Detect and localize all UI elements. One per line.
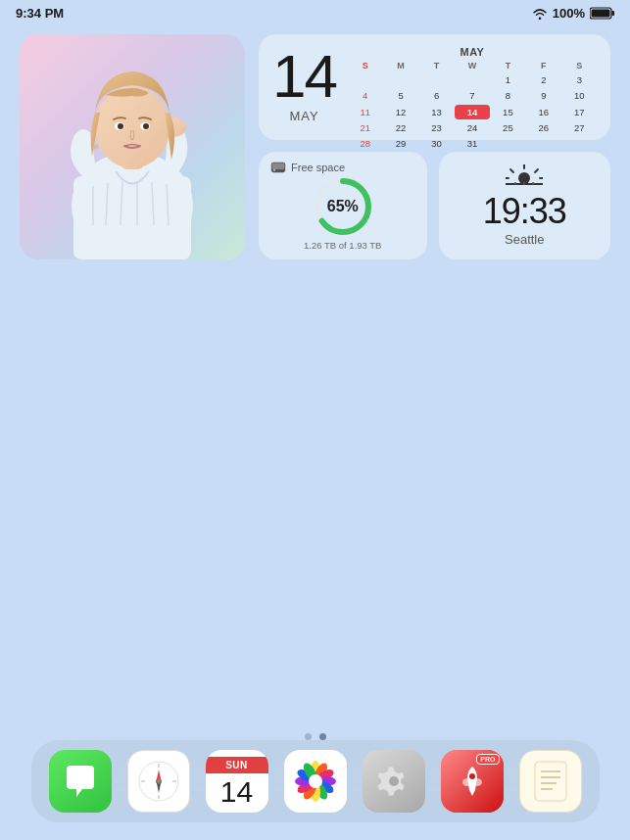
- freespace-widget: Free space 65% 1.26 TB of 1.93 TB: [259, 152, 427, 259]
- svg-rect-2: [592, 10, 610, 18]
- calendar-day-number: 14: [272, 46, 336, 107]
- cal-day: [455, 72, 489, 87]
- dock-icon-memo[interactable]: [519, 750, 582, 813]
- calendar-grid: MAY S M T W T F S 1 2 3: [348, 46, 597, 151]
- cal-day: [526, 136, 560, 151]
- cal-day: 25: [491, 120, 525, 135]
- status-bar-right: 100%: [532, 6, 614, 21]
- freespace-label: Free space: [291, 162, 345, 173]
- cal-header-f: F: [526, 61, 560, 70]
- dock-icon-settings[interactable]: [363, 750, 425, 813]
- status-time: 9:34 PM: [16, 6, 64, 21]
- sunrise-icon-container: [506, 164, 543, 190]
- svg-point-17: [118, 123, 123, 129]
- cal-day: 2: [526, 72, 560, 87]
- dock-icon-calendar[interactable]: SUN 14: [206, 750, 268, 813]
- freespace-detail: 1.26 TB of 1.93 TB: [304, 240, 381, 251]
- bottom-widgets-row: Free space 65% 1.26 TB of 1.93 TB: [259, 152, 610, 259]
- calendar-widget: 14 MAY MAY S M T W T F S: [259, 34, 610, 140]
- cal-day: 7: [455, 88, 489, 103]
- dot-2: [319, 733, 326, 740]
- memo-icon: [531, 760, 570, 803]
- calendar-month-label: MAY: [289, 109, 318, 123]
- cal-day: 13: [419, 105, 454, 119]
- calendar-header-row: S M T W T F S: [348, 61, 597, 70]
- cal-day: 22: [383, 120, 417, 135]
- photo-person: [20, 34, 245, 259]
- rocketsim-icon: [454, 763, 491, 800]
- calendar-app-day: SUN: [206, 757, 268, 773]
- harddrive-icon: [270, 162, 286, 173]
- svg-point-14: [95, 86, 170, 168]
- cal-header-s: S: [348, 61, 382, 70]
- cal-header-w: W: [455, 61, 489, 70]
- cal-day: 9: [526, 88, 560, 103]
- cal-day: 12: [383, 105, 417, 119]
- battery-percentage: 100%: [553, 6, 585, 21]
- svg-rect-5: [73, 176, 191, 259]
- cal-header-t2: T: [491, 61, 525, 70]
- cal-day: [491, 136, 525, 151]
- right-widgets: 14 MAY MAY S M T W T F S: [259, 34, 610, 259]
- cal-day: 24: [455, 120, 489, 135]
- svg-rect-1: [612, 11, 615, 16]
- svg-line-28: [510, 169, 513, 172]
- cal-day: [562, 136, 597, 151]
- svg-point-19: [94, 145, 99, 150]
- freespace-percent: 65%: [327, 198, 359, 215]
- sunrise-location: Seattle: [505, 232, 544, 247]
- cal-day: 23: [419, 120, 454, 135]
- dock-icon-photos[interactable]: [284, 750, 347, 813]
- cal-day: 26: [526, 120, 560, 135]
- cal-day: 11: [348, 105, 382, 119]
- dock-icon-safari[interactable]: [127, 750, 190, 813]
- dock-icon-messages[interactable]: [49, 750, 112, 813]
- svg-point-41: [156, 778, 162, 784]
- cal-day: 17: [562, 105, 597, 119]
- calendar-days-grid: 1 2 3 4 5 6 7 8 9 10 11 12 13 14 15 16 1: [348, 72, 597, 151]
- messages-icon: [63, 764, 98, 799]
- cal-day: 16: [526, 105, 560, 119]
- cal-header-s2: S: [562, 61, 597, 70]
- cal-header-m: M: [383, 61, 417, 70]
- widgets-area: 14 MAY MAY S M T W T F S: [0, 26, 630, 259]
- sunrise-icon: [506, 164, 543, 186]
- safari-icon: [137, 760, 180, 803]
- sunrise-widget: 19:33 Seattle: [439, 152, 611, 259]
- svg-point-18: [143, 123, 149, 129]
- dock: SUN 14: [31, 740, 600, 822]
- cal-day: [383, 72, 417, 87]
- dock-icon-rocketsim[interactable]: PRO: [441, 750, 504, 813]
- cal-day-today: 14: [455, 105, 489, 119]
- cal-day: 1: [491, 72, 525, 87]
- cal-day: 29: [383, 136, 417, 151]
- cal-day: 21: [348, 120, 382, 135]
- cal-header-t: T: [419, 61, 454, 70]
- pro-badge: PRO: [476, 754, 499, 765]
- cal-day: 30: [419, 136, 454, 151]
- svg-point-60: [472, 778, 482, 786]
- svg-rect-21: [272, 163, 285, 169]
- page-dots: [305, 733, 326, 740]
- dot-1: [305, 733, 312, 740]
- calendar-app-date: 14: [220, 773, 253, 807]
- calendar-month-title: MAY: [348, 46, 597, 58]
- cal-day: 4: [348, 88, 382, 103]
- calendar-date-section: 14 MAY: [272, 46, 336, 123]
- svg-rect-62: [535, 762, 566, 801]
- cal-day: 31: [455, 136, 489, 151]
- photos-icon: [291, 757, 340, 806]
- cal-day: 6: [419, 88, 454, 103]
- wifi-icon: [532, 8, 548, 20]
- battery-icon: [590, 7, 614, 20]
- sunrise-time: 19:33: [483, 194, 566, 229]
- svg-line-29: [535, 169, 538, 172]
- svg-point-59: [462, 778, 472, 786]
- cal-day: 8: [491, 88, 525, 103]
- svg-point-22: [273, 169, 275, 171]
- freespace-title-row: Free space: [270, 162, 345, 173]
- cal-day: 15: [491, 105, 525, 119]
- photo-widget: [20, 34, 245, 259]
- cal-day: [348, 72, 382, 87]
- cal-day: 27: [562, 120, 597, 135]
